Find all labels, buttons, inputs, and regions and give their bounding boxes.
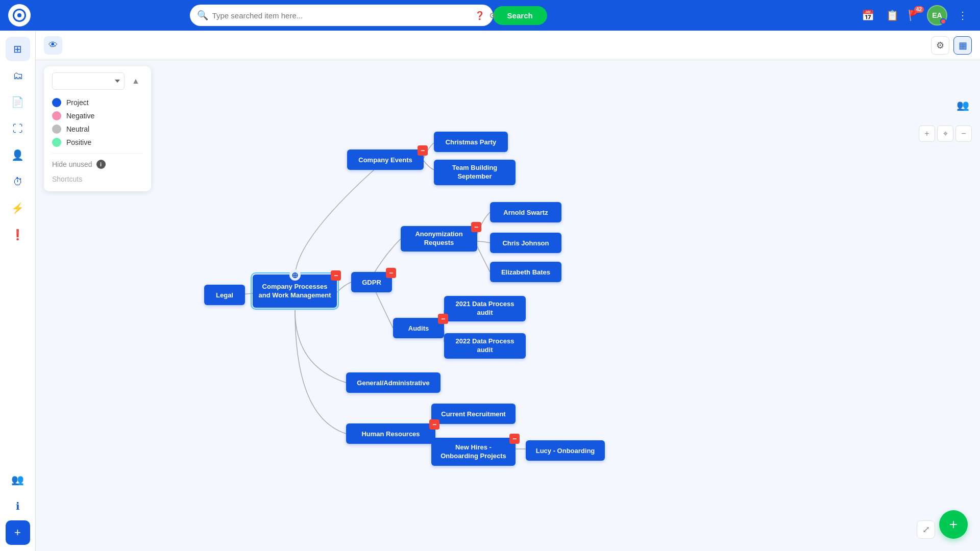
node-data-2022[interactable]: 2022 Data Processaudit bbox=[444, 333, 526, 359]
info-icon[interactable]: i bbox=[96, 160, 106, 169]
avatar[interactable]: EA bbox=[927, 5, 947, 26]
node-current-recruitment[interactable]: Current Recruitment bbox=[431, 404, 516, 424]
sidebar-item-plus[interactable]: + bbox=[6, 520, 30, 545]
node-minus-anonymization[interactable]: − bbox=[471, 222, 481, 232]
node-new-hires[interactable]: − New Hires -Onboarding Projects bbox=[431, 438, 516, 466]
help-icon[interactable]: ❓ bbox=[475, 11, 485, 20]
toolbar-right: ⚙ ▦ bbox=[931, 36, 972, 55]
node-minus-new-hires[interactable]: − bbox=[509, 434, 520, 444]
app-logo[interactable] bbox=[8, 4, 31, 27]
legend-dropdown[interactable] bbox=[52, 72, 125, 90]
zoom-in-btn[interactable]: + bbox=[919, 126, 935, 142]
legend-dot-project bbox=[52, 98, 61, 107]
node-minus-gdpr[interactable]: − bbox=[386, 268, 396, 278]
search-icon: 🔍 bbox=[197, 10, 208, 21]
node-general-admin[interactable]: General/Administrative bbox=[346, 372, 440, 393]
map-canvas: Legal ⊕ − Company Processesand Work Mana… bbox=[36, 60, 980, 551]
sidebar-item-hierarchy[interactable]: 🗂 bbox=[6, 63, 30, 88]
avatar-initials: EA bbox=[932, 11, 942, 19]
sidebar-item-add-users[interactable]: 👥 bbox=[6, 467, 30, 492]
people-search-icon[interactable]: 👥 bbox=[953, 96, 972, 114]
search-actions: ❓ ⚙ bbox=[475, 11, 496, 20]
legend-item-negative: Negative bbox=[52, 109, 143, 122]
calendar-icon[interactable]: 📅 bbox=[859, 6, 877, 24]
topbar: 🔍 ❓ ⚙ Search 📅 📋 🚩 42 EA ⋮ bbox=[0, 0, 980, 31]
fullscreen-btn[interactable]: ⤢ bbox=[917, 520, 935, 539]
node-company-events[interactable]: − Company Events bbox=[347, 149, 424, 170]
node-plus-company-processes[interactable]: ⊕ bbox=[289, 269, 301, 281]
node-christmas-party[interactable]: Christmas Party bbox=[434, 132, 508, 152]
legend-header: ▲ bbox=[52, 72, 143, 90]
search-container: 🔍 ❓ ⚙ Search bbox=[190, 5, 547, 26]
sidebar-item-lightning[interactable]: ⚡ bbox=[6, 196, 30, 220]
search-input[interactable] bbox=[190, 5, 493, 26]
main-content: 👁 ⚙ ▦ ▲ Project Negative Neutral Positiv… bbox=[36, 31, 980, 551]
notification-count: 42 bbox=[914, 6, 924, 13]
node-chris[interactable]: Chris Johnson bbox=[490, 233, 561, 253]
hide-unused-row: Hide unused i bbox=[52, 158, 143, 171]
legend-collapse-btn[interactable]: ▲ bbox=[129, 74, 143, 88]
visibility-toggle[interactable]: 👁 bbox=[44, 36, 62, 55]
hide-unused-label: Hide unused bbox=[52, 160, 92, 168]
notification-bell[interactable]: 🚩 42 bbox=[908, 9, 921, 21]
layout-icon-btn[interactable]: ▦ bbox=[953, 36, 972, 55]
node-minus-company-events[interactable]: − bbox=[418, 145, 428, 156]
node-data-2021[interactable]: 2021 Data Processaudit bbox=[444, 296, 526, 321]
search-button[interactable]: Search bbox=[493, 6, 547, 25]
sidebar-item-structure[interactable]: ⛶ bbox=[6, 116, 30, 141]
topbar-right: 📅 📋 🚩 42 EA ⋮ bbox=[859, 5, 972, 26]
zoom-controls: + ⌖ − bbox=[919, 126, 972, 142]
node-lucy-onboarding[interactable]: Lucy - Onboarding bbox=[526, 440, 605, 461]
legend-label-negative: Negative bbox=[66, 112, 94, 120]
sidebar-item-documents[interactable]: 📄 bbox=[6, 90, 30, 114]
legend-divider bbox=[52, 153, 143, 154]
legend-label-project: Project bbox=[66, 98, 89, 107]
zoom-reset-btn[interactable]: ⌖ bbox=[937, 126, 953, 142]
legend-item-project: Project bbox=[52, 96, 143, 109]
sidebar-item-grid[interactable]: ⊞ bbox=[6, 37, 30, 61]
filter-icon[interactable]: ⚙ bbox=[489, 11, 496, 20]
node-team-building[interactable]: Team BuildingSeptember bbox=[434, 160, 516, 185]
zoom-out-btn[interactable]: − bbox=[955, 126, 972, 142]
node-legal[interactable]: Legal bbox=[204, 285, 245, 305]
more-menu-icon[interactable]: ⋮ bbox=[953, 6, 972, 24]
node-company-processes[interactable]: ⊕ − Company Processesand Work Management bbox=[253, 274, 337, 308]
document-icon[interactable]: 📋 bbox=[884, 6, 902, 24]
fab-add-button[interactable]: + bbox=[939, 510, 968, 539]
node-audits[interactable]: − Audits bbox=[393, 318, 444, 338]
legend-panel: ▲ Project Negative Neutral Positive Hide… bbox=[44, 66, 151, 191]
node-anonymization[interactable]: − AnonymizationRequests bbox=[401, 226, 477, 252]
legend-label-positive: Positive bbox=[66, 138, 91, 146]
node-minus-audits[interactable]: − bbox=[438, 314, 448, 324]
shortcuts-label: Shortcuts bbox=[52, 171, 143, 185]
sidebar-item-info[interactable]: ℹ bbox=[6, 494, 30, 518]
legend-dot-negative bbox=[52, 111, 61, 120]
node-minus-hr[interactable]: − bbox=[429, 419, 439, 430]
legend-dot-neutral bbox=[52, 124, 61, 134]
legend-label-neutral: Neutral bbox=[66, 125, 89, 133]
toolbar: 👁 ⚙ ▦ bbox=[36, 31, 980, 60]
legend-item-positive: Positive bbox=[52, 136, 143, 149]
node-minus-company-processes[interactable]: − bbox=[331, 270, 341, 281]
node-gdpr[interactable]: − GDPR bbox=[351, 272, 392, 292]
sidebar: ⊞ 🗂 📄 ⛶ 👤 ⏱ ⚡ ❗ 👥 ℹ + bbox=[0, 31, 36, 551]
sidebar-item-alert[interactable]: ❗ bbox=[6, 222, 30, 247]
node-arnold[interactable]: Arnold Swartz bbox=[490, 202, 561, 222]
legend-dot-positive bbox=[52, 138, 61, 147]
node-elizabeth[interactable]: Elizabeth Bates bbox=[490, 262, 561, 282]
avatar-online-badge bbox=[940, 18, 946, 24]
settings-icon-btn[interactable]: ⚙ bbox=[931, 36, 949, 55]
legend-item-neutral: Neutral bbox=[52, 122, 143, 136]
sidebar-item-people[interactable]: 👤 bbox=[6, 143, 30, 167]
sidebar-item-timer[interactable]: ⏱ bbox=[6, 169, 30, 194]
node-human-resources[interactable]: − Human Resources bbox=[346, 423, 435, 444]
